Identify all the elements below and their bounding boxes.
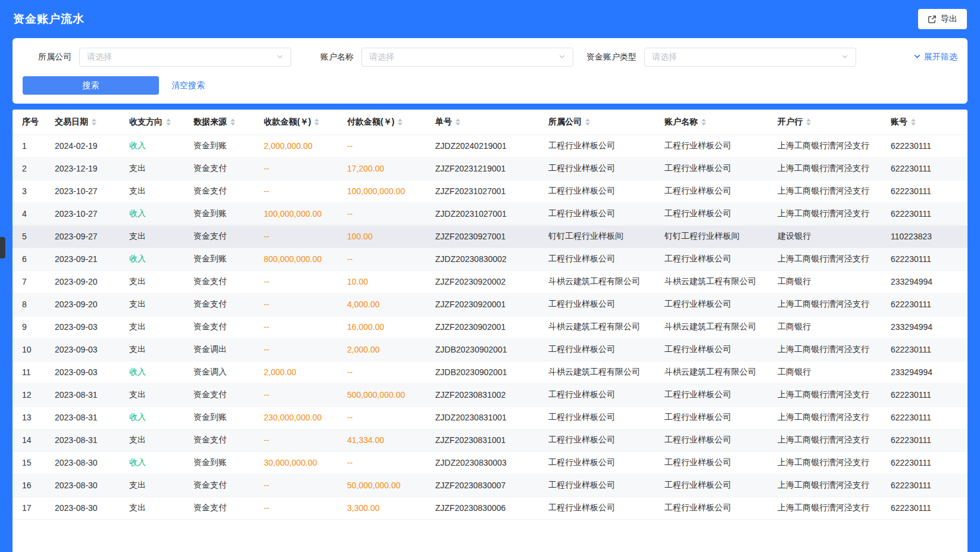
sort-carets-icon[interactable] — [314, 118, 319, 126]
cell-order: ZJZF20231027001 — [426, 180, 539, 202]
table-row[interactable]: 32023-10-27支出资金支付--100,000,000.00ZJZF202… — [13, 180, 967, 202]
cell-direction: 支出 — [120, 429, 184, 451]
sort-carets-icon[interactable] — [92, 118, 96, 126]
table-row[interactable]: 82023-09-20支出资金支付--4,000.00ZJZF202309200… — [13, 293, 967, 316]
cell-receipt: -- — [254, 497, 338, 519]
cell-source: 资金支付 — [184, 270, 254, 293]
column-header-label: 序号 — [22, 117, 39, 126]
sort-carets-icon[interactable] — [398, 118, 402, 126]
cell-company: 斗栱云建筑工程有限公司 — [539, 270, 655, 293]
column-header-direction[interactable]: 收支方向 — [120, 110, 184, 135]
sort-carets-icon[interactable] — [455, 118, 460, 126]
table-row[interactable]: 42023-10-27收入资金到账100,000,000.00--ZJDZ202… — [13, 202, 967, 225]
table-row[interactable]: 12024-02-19收入资金到账2,000,000.00--ZJDZ20240… — [13, 135, 967, 157]
column-header-date[interactable]: 交易日期 — [45, 110, 120, 135]
clear-search-link[interactable]: 清空搜索 — [171, 80, 205, 91]
column-header-source[interactable]: 数据来源 — [184, 110, 254, 135]
cell-no: 1 — [13, 135, 45, 157]
column-header-no: 序号 — [13, 110, 45, 135]
cell-account: 工程行业样板公司 — [655, 293, 768, 316]
table-row[interactable]: 112023-09-03收入资金调入2,000.00--ZJDB20230902… — [13, 361, 967, 383]
table-row[interactable]: 62023-09-21收入资金到账800,000,000.00--ZJDZ202… — [13, 248, 967, 270]
cell-company: 工程行业样板公司 — [539, 338, 655, 361]
cell-source: 资金到账 — [184, 248, 254, 270]
cell-account: 工程行业样板公司 — [655, 135, 768, 157]
cell-bank: 上海工商银行漕河泾支行 — [768, 202, 881, 225]
cell-accno: 622230111 — [881, 406, 967, 429]
cell-date: 2023-09-21 — [45, 248, 120, 270]
table-row[interactable]: 122023-08-31支出资金支付--500,000,000.00ZJZF20… — [13, 383, 967, 406]
cell-receipt: 100,000,000.00 — [254, 202, 338, 225]
cell-date: 2023-08-30 — [45, 497, 120, 519]
cell-date: 2023-09-03 — [45, 316, 120, 338]
cell-date: 2023-08-30 — [45, 474, 120, 497]
cell-source: 资金到账 — [184, 135, 254, 157]
cell-receipt: -- — [254, 225, 338, 248]
top-bar: 资金账户流水 导出 — [0, 0, 980, 38]
table-row[interactable]: 132023-08-31收入资金到账230,000,000.00--ZJDZ20… — [13, 406, 967, 429]
account-name-select[interactable]: 请选择 — [361, 48, 573, 67]
cell-company: 工程行业样板公司 — [539, 406, 655, 429]
cell-order: ZJDZ20230831001 — [426, 406, 539, 429]
cell-no: 13 — [13, 406, 45, 429]
cell-direction: 支出 — [120, 180, 184, 202]
cell-company: 工程行业样板公司 — [539, 135, 655, 157]
sort-carets-icon[interactable] — [911, 118, 916, 126]
cell-no: 17 — [13, 497, 45, 519]
company-select[interactable]: 请选择 — [79, 48, 291, 67]
export-button[interactable]: 导出 — [918, 9, 967, 29]
table-row[interactable]: 162023-08-30支出资金支付--50,000,000.00ZJZF202… — [13, 474, 967, 497]
cell-direction: 收入 — [120, 451, 184, 474]
cell-company: 工程行业样板公司 — [539, 180, 655, 202]
cell-receipt: -- — [254, 157, 338, 180]
cell-company: 工程行业样板公司 — [539, 157, 655, 180]
filter-group-company: 所属公司 请选择 — [23, 48, 291, 67]
cell-order: ZJZF20230831002 — [426, 383, 539, 406]
fund-account-type-select[interactable]: 请选择 — [644, 48, 856, 67]
table-row[interactable]: 152023-08-30收入资金到账30,000,000.00--ZJDZ202… — [13, 451, 967, 474]
table-row[interactable]: 72023-09-20支出资金支付--10.00ZJZF20230920002斗… — [13, 270, 967, 293]
cell-date: 2023-08-31 — [45, 406, 120, 429]
cell-receipt: 230,000,000.00 — [254, 406, 338, 429]
cell-direction: 支出 — [120, 338, 184, 361]
cell-receipt: -- — [254, 316, 338, 338]
search-button[interactable]: 搜索 — [23, 76, 159, 95]
cell-receipt: 800,000,000.00 — [254, 248, 338, 270]
cell-payment: 10.00 — [338, 270, 426, 293]
column-header-company[interactable]: 所属公司 — [539, 110, 655, 135]
cell-order: ZJDZ20240219001 — [426, 135, 539, 157]
sort-carets-icon[interactable] — [230, 118, 235, 126]
table-row[interactable]: 102023-09-03支出资金调出--2,000.00ZJDB20230902… — [13, 338, 967, 361]
sort-carets-icon[interactable] — [701, 118, 706, 126]
cell-direction: 收入 — [120, 248, 184, 270]
table-row[interactable]: 52023-09-27支出资金支付--100.00ZJZF20230927001… — [13, 225, 967, 248]
cell-receipt: 30,000,000.00 — [254, 451, 338, 474]
export-button-label: 导出 — [941, 14, 957, 24]
column-header-accno[interactable]: 账号 — [881, 110, 967, 135]
sort-carets-icon[interactable] — [585, 118, 590, 126]
column-header-payment[interactable]: 付款金额(￥) — [338, 110, 426, 135]
column-header-receipt[interactable]: 收款金额(￥) — [254, 110, 338, 135]
cell-direction: 收入 — [120, 406, 184, 429]
table-row[interactable]: 92023-09-03支出资金支付--16,000.00ZJZF20230902… — [13, 316, 967, 338]
table-row[interactable]: 22023-12-19支出资金支付--17,200.00ZJZF20231219… — [13, 157, 967, 180]
expand-filter-link[interactable]: 展开筛选 — [913, 52, 957, 63]
table-row[interactable]: 142023-08-31支出资金支付--41,334.00ZJZF2023083… — [13, 429, 967, 451]
sort-carets-icon[interactable] — [806, 118, 811, 126]
cell-direction: 支出 — [120, 383, 184, 406]
column-header-bank[interactable]: 开户行 — [768, 110, 881, 135]
cell-no: 3 — [13, 180, 45, 202]
chevron-down-icon — [558, 52, 566, 62]
cell-source: 资金到账 — [184, 406, 254, 429]
column-header-account[interactable]: 账户名称 — [655, 110, 768, 135]
expand-filter-label: 展开筛选 — [924, 52, 957, 63]
filter-actions-row: 搜索 清空搜索 — [23, 76, 957, 95]
drawer-handle[interactable] — [0, 237, 5, 258]
sort-carets-icon[interactable] — [166, 118, 171, 126]
cell-account: 工程行业样板公司 — [655, 338, 768, 361]
cell-no: 10 — [13, 338, 45, 361]
column-header-order[interactable]: 单号 — [426, 110, 539, 135]
table-row[interactable]: 172023-08-30支出资金支付--3,300.00ZJZF20230830… — [13, 497, 967, 519]
cell-order: ZJDZ20230830003 — [426, 451, 539, 474]
column-header-label: 付款金额(￥) — [347, 117, 394, 126]
